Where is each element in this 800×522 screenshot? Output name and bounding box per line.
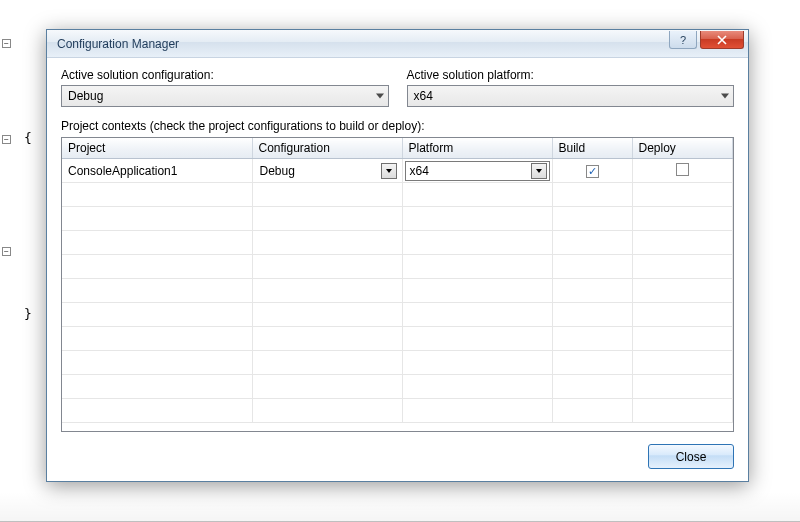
configuration-manager-dialog: Configuration Manager ? Active solution … — [46, 29, 749, 482]
project-contexts-grid: Project Configuration Platform Build Dep… — [61, 137, 734, 432]
code-brace: } — [24, 306, 32, 321]
dropdown-button[interactable] — [531, 163, 547, 179]
fold-icon[interactable]: − — [2, 39, 11, 48]
column-header-configuration[interactable]: Configuration — [252, 138, 402, 159]
table-row-empty — [62, 255, 733, 279]
table-row-empty — [62, 279, 733, 303]
table-row-empty — [62, 303, 733, 327]
project-contexts-label: Project contexts (check the project conf… — [61, 119, 734, 133]
deploy-checkbox[interactable] — [676, 163, 689, 176]
chevron-down-icon — [536, 169, 542, 173]
fold-icon[interactable]: − — [2, 247, 11, 256]
column-header-build[interactable]: Build — [552, 138, 632, 159]
table-row-empty — [62, 375, 733, 399]
chevron-down-icon — [721, 94, 729, 99]
table-row-empty — [62, 231, 733, 255]
table-header-row: Project Configuration Platform Build Dep… — [62, 138, 733, 159]
column-header-project[interactable]: Project — [62, 138, 252, 159]
close-icon — [717, 35, 727, 45]
dialog-title: Configuration Manager — [57, 37, 669, 51]
help-icon: ? — [680, 34, 686, 46]
help-button[interactable]: ? — [669, 31, 697, 49]
column-header-platform[interactable]: Platform — [402, 138, 552, 159]
table-row-empty — [62, 399, 733, 423]
close-button[interactable]: Close — [648, 444, 734, 469]
cell-platform-dropdown[interactable]: x64 — [405, 161, 550, 181]
chevron-down-icon — [386, 169, 392, 173]
window-close-button[interactable] — [700, 31, 744, 49]
dropdown-button[interactable] — [381, 163, 397, 179]
cell-project[interactable]: ConsoleApplication1 — [62, 159, 252, 183]
page-edge-shadow — [0, 492, 800, 522]
column-header-deploy[interactable]: Deploy — [632, 138, 733, 159]
fold-icon[interactable]: − — [2, 135, 11, 144]
table-row-empty — [62, 207, 733, 231]
table-row: ConsoleApplication1 Debug x64 — [62, 159, 733, 183]
active-platform-dropdown[interactable]: x64 — [407, 85, 735, 107]
build-checkbox[interactable] — [586, 165, 599, 178]
table-row-empty — [62, 183, 733, 207]
cell-configuration-value: Debug — [260, 164, 295, 178]
active-config-dropdown[interactable]: Debug — [61, 85, 389, 107]
active-config-value: Debug — [68, 89, 103, 103]
cell-platform-value: x64 — [410, 164, 429, 178]
close-button-label: Close — [676, 450, 707, 464]
active-platform-value: x64 — [414, 89, 433, 103]
chevron-down-icon — [376, 94, 384, 99]
active-platform-label: Active solution platform: — [407, 68, 735, 82]
table-row-empty — [62, 351, 733, 375]
cell-configuration-dropdown[interactable]: Debug — [255, 161, 400, 181]
dialog-titlebar[interactable]: Configuration Manager ? — [47, 30, 748, 58]
table-row-empty — [62, 327, 733, 351]
active-config-label: Active solution configuration: — [61, 68, 389, 82]
